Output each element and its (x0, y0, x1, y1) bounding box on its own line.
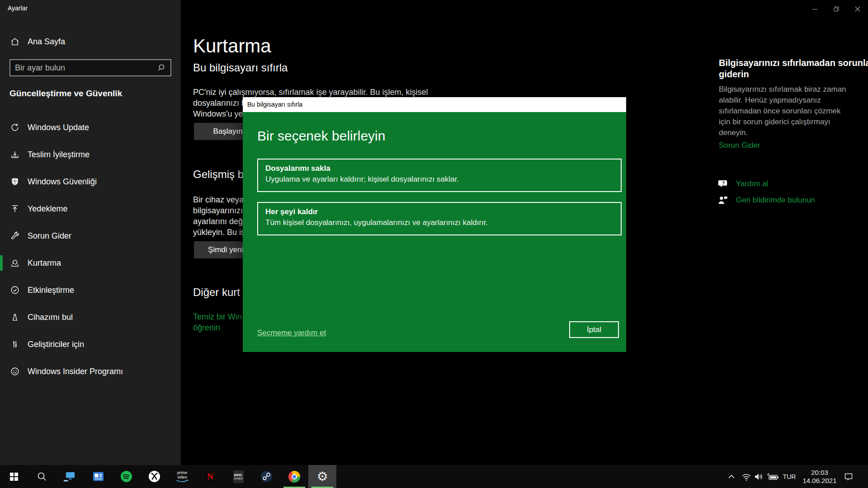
sidebar-item-label: Windows Güvenliği (28, 177, 97, 187)
tray-date: 14.06.2021 (802, 477, 836, 485)
tray-chevron-up[interactable] (725, 465, 738, 488)
sidebar-item-recovery[interactable]: Kurtarma (0, 249, 181, 277)
home-icon (10, 37, 20, 47)
sidebar-item-for-developers[interactable]: Geliştiriciler için (0, 331, 181, 358)
give-feedback-link[interactable]: Geri bildirimde bulunun (717, 193, 815, 207)
speaker-icon (753, 471, 764, 483)
taskbar-news-app[interactable] (84, 465, 112, 488)
search-icon (36, 471, 48, 483)
sidebar-item-label: Windows Update (28, 123, 89, 132)
settings-window: Ayarlar Ana Sayfa Güncelleştirme ve Güve… (0, 0, 868, 488)
sidebar-item-windows-security[interactable]: Windows Güvenliği (0, 168, 181, 195)
taskbar-search-button[interactable] (28, 465, 56, 488)
advanced-text-line: ayarlarını değ (193, 216, 243, 227)
more-recovery-heading: Diğer kurt (193, 286, 240, 299)
window-title: Ayarlar (8, 5, 28, 12)
activation-check-icon (10, 285, 20, 295)
get-help-label: Yardım al (736, 179, 769, 188)
advanced-text-line: yükleyin. Bu iş (193, 227, 245, 238)
shield-icon (10, 177, 20, 187)
recovery-icon (10, 258, 20, 268)
get-help-link[interactable]: ? Yardım al (717, 177, 769, 191)
feedback-person-icon (717, 194, 729, 206)
sidebar-item-label: Sorun Gider (28, 231, 71, 241)
taskbar-prime-video[interactable]: prime video (168, 465, 196, 488)
advanced-text-line: bilgisayarınızı (193, 205, 243, 216)
sidebar-section-heading: Güncelleştirme ve Güvenlik (9, 89, 122, 99)
close-button[interactable] (847, 0, 868, 18)
cancel-button[interactable]: İptal (569, 321, 619, 338)
taskbar-epic-games[interactable]: EPIC GAMES (224, 465, 252, 488)
sidebar-item-home[interactable]: Ana Sayfa (0, 32, 181, 52)
taskbar-settings[interactable]: ⚙ (308, 465, 336, 488)
right-panel-text-line: deneyin. (719, 128, 748, 137)
settings-search-box (9, 59, 171, 76)
option-description: Uygulama ve ayarları kaldırır; kişisel d… (265, 174, 613, 185)
tray-language[interactable]: TUR (780, 465, 798, 488)
windows-logo-icon (10, 473, 18, 481)
taskbar: prime video N EPIC GAMES ⚙ (0, 465, 868, 488)
news-app-icon (92, 470, 104, 483)
clean-install-link-line2[interactable]: öğrenin (193, 323, 220, 333)
gear-icon: ⚙ (316, 470, 328, 483)
start-button[interactable] (0, 465, 28, 488)
netflix-icon: N (205, 470, 216, 483)
taskbar-spotify[interactable] (112, 465, 140, 488)
option-title: Her şeyi kaldır (265, 206, 613, 217)
find-device-icon (10, 312, 20, 322)
notification-icon (843, 471, 854, 482)
sidebar: Ayarlar Ana Sayfa Güncelleştirme ve Güve… (0, 0, 181, 465)
prime-video-icon: prime video (176, 471, 189, 483)
advanced-text-line: Bir cihaz veya (193, 194, 244, 205)
reset-text-line: dosyalarınızı k (193, 98, 245, 108)
tray-volume[interactable] (751, 465, 766, 488)
taskbar-netflix[interactable]: N (196, 465, 224, 488)
taskbar-xbox[interactable] (140, 465, 168, 488)
developers-icon (10, 339, 20, 349)
sidebar-item-label: Geliştiriciler için (28, 340, 84, 349)
minimize-button[interactable] (804, 0, 826, 18)
tray-battery[interactable] (765, 465, 780, 488)
taskbar-this-pc[interactable] (56, 465, 84, 488)
help-chat-icon: ? (717, 178, 729, 190)
tray-clock[interactable]: 20:03 14.06.2021 (800, 465, 839, 488)
sidebar-item-backup[interactable]: Yedekleme (0, 195, 181, 222)
action-center-button[interactable] (841, 465, 856, 488)
dialog-title: Bu bilgisayarı sıfırla (243, 97, 626, 112)
help-me-choose-link[interactable]: Seçmeme yardım et (257, 328, 326, 338)
sidebar-item-windows-insider[interactable]: Windows Insider Programı (0, 358, 181, 385)
right-panel-text-line: Bilgisayarınızı sıfırlamak biraz zaman (719, 85, 846, 94)
sidebar-item-find-my-device[interactable]: Cihazımı bul (0, 304, 181, 331)
sidebar-item-troubleshoot[interactable]: Sorun Gider (0, 222, 181, 249)
sidebar-item-activation[interactable]: Etkinleştirme (0, 277, 181, 304)
sidebar-nav: Windows Update Teslim İyileştirme Window… (0, 114, 181, 385)
remove-everything-option[interactable]: Her şeyi kaldır Tüm kişisel dosyalarınız… (257, 202, 622, 235)
tray-time: 20:03 (811, 469, 828, 477)
search-icon[interactable] (156, 63, 166, 73)
steam-icon (260, 470, 273, 483)
clean-install-link[interactable]: Temiz bir Win (193, 312, 242, 322)
sidebar-item-label: Cihazımı bul (28, 313, 73, 322)
this-pc-icon (64, 471, 76, 483)
sidebar-item-windows-update[interactable]: Windows Update (0, 114, 181, 141)
sidebar-item-delivery-optimization[interactable]: Teslim İyileştirme (0, 141, 181, 168)
taskbar-chrome[interactable] (280, 465, 308, 488)
sidebar-item-label: Windows Insider Programı (28, 367, 123, 376)
taskbar-steam[interactable] (252, 465, 280, 488)
restore-button[interactable] (826, 0, 847, 18)
chevron-up-icon (727, 472, 736, 481)
reset-text-line: PC'niz iyi çalışmıyorsa, sıfırlamak işe … (193, 87, 428, 98)
option-description: Tüm kişisel dosyalarınızı, uygulamaların… (265, 217, 613, 228)
xbox-icon (148, 470, 160, 483)
search-input[interactable] (10, 63, 156, 73)
keep-my-files-option[interactable]: Dosyalarımı sakla Uygulama ve ayarları k… (257, 159, 622, 192)
troubleshoot-link[interactable]: Sorun Gider (719, 141, 760, 150)
advanced-startup-heading: Gelişmiş b (193, 168, 244, 181)
right-panel-text-line: alabilir. Henüz yapmadıysanız (719, 96, 821, 105)
dialog-heading: Bir seçenek belirleyin (257, 128, 385, 144)
give-feedback-label: Geri bildirimde bulunun (736, 196, 815, 205)
insider-icon (10, 366, 20, 376)
svg-text:?: ? (722, 180, 725, 186)
reset-section-heading: Bu bilgisayarı sıfırla (193, 61, 288, 74)
reset-text-line: Windows'u ye (193, 108, 243, 119)
